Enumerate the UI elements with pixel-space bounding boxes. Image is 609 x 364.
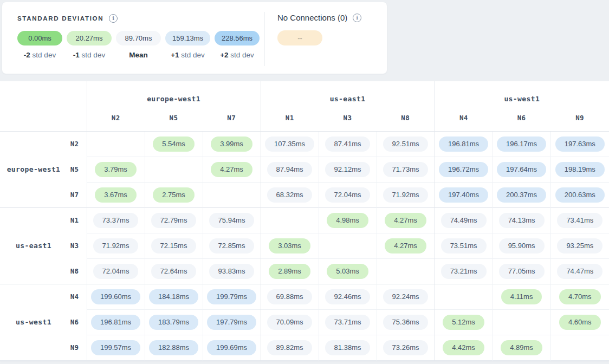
table-row: N5 3.79ms 4.27ms 87.94ms 92.12ms 71.73ms… [0, 157, 609, 182]
latency-cell: 107.35ms [261, 131, 319, 157]
latency-cell [145, 157, 203, 182]
latency-cell: 70.09ms [261, 309, 319, 335]
column-node-header-row: N2 N5 N7 N1 N3 N8 N4 N6 N9 [0, 107, 609, 131]
latency-cell: 74.49ms [435, 207, 493, 233]
row-header-n9: N9 [62, 335, 87, 360]
latency-cell: 196.81ms [87, 309, 145, 335]
latency-cell: 72.79ms [145, 207, 203, 233]
latency-cell: 5.03ms [319, 258, 377, 284]
std-dev-pill-plus2: 228.56ms [215, 31, 260, 46]
latency-cell: 72.85ms [203, 233, 261, 258]
col-group-us-east1: us-east1 [261, 81, 435, 107]
col-header-n9: N9 [550, 107, 609, 131]
latency-cell: 68.32ms [261, 182, 319, 207]
latency-cell [319, 233, 377, 258]
row-header-n6: N6 [62, 309, 87, 335]
latency-cell: 87.41ms [319, 131, 377, 157]
table-row: N8 72.04ms 72.64ms 93.83ms 2.89ms 5.03ms… [0, 258, 609, 284]
latency-cell [87, 131, 145, 157]
no-connections-title: No Connections (0) [277, 13, 347, 22]
latency-cell: 75.94ms [203, 207, 261, 233]
latency-cell: 4.11ms [493, 284, 550, 309]
std-dev-title: STANDARD DEVIATION [17, 15, 103, 22]
latency-cell: 93.25ms [550, 233, 609, 258]
col-group-us-west1: us-west1 [435, 81, 609, 107]
latency-cell: 4.98ms [319, 207, 377, 233]
std-dev-pill-minus2: 0.00ms [17, 31, 62, 46]
table-row: us-west1 N4 199.60ms 184.18ms 199.79ms 6… [0, 284, 609, 309]
latency-cell: 74.13ms [493, 207, 550, 233]
std-dev-label-mean: Mean [116, 51, 161, 59]
latency-cell: 200.63ms [550, 182, 609, 207]
latency-cell [377, 258, 435, 284]
row-group-label: europe-west1 [0, 131, 62, 207]
latency-cell: 197.63ms [550, 131, 609, 157]
row-header-n7: N7 [62, 182, 87, 207]
col-header-n4: N4 [435, 107, 493, 131]
latency-cell: 89.82ms [261, 335, 319, 360]
latency-cell: 72.04ms [87, 258, 145, 284]
latency-cell: 92.24ms [377, 284, 435, 309]
latency-cell: 73.51ms [435, 233, 493, 258]
latency-cell: 4.27ms [377, 207, 435, 233]
latency-cell: 198.19ms [550, 157, 609, 182]
latency-cell: 4.27ms [203, 157, 261, 182]
row-header-n1: N1 [62, 207, 87, 233]
latency-cell: 72.04ms [319, 182, 377, 207]
latency-cell [550, 335, 609, 360]
latency-cell: 3.03ms [261, 233, 319, 258]
latency-cell [493, 309, 550, 335]
col-group-europe-west1: europe-west1 [87, 81, 261, 107]
table-row: N9 199.57ms 182.88ms 199.69ms 89.82ms 81… [0, 335, 609, 360]
row-group-label: us-west1 [0, 284, 62, 360]
row-header-n8: N8 [62, 258, 87, 284]
latency-cell: 77.05ms [493, 258, 550, 284]
latency-cell: 95.90ms [493, 233, 550, 258]
latency-cell: 73.41ms [550, 207, 609, 233]
latency-cell: 75.36ms [377, 309, 435, 335]
latency-cell: 81.38ms [319, 335, 377, 360]
row-group-us-east1: us-east1 N1 73.37ms 72.79ms 75.94ms 4.98… [0, 207, 609, 284]
latency-cell: 69.88ms [261, 284, 319, 309]
col-header-n1: N1 [261, 107, 319, 131]
latency-cell: 199.60ms [87, 284, 145, 309]
latency-cell: 197.79ms [203, 309, 261, 335]
no-connection-pill: -- [277, 30, 322, 46]
latency-cell: 5.12ms [435, 309, 493, 335]
latency-cell: 92.51ms [377, 131, 435, 157]
info-icon[interactable]: i [353, 14, 361, 22]
latency-cell: 184.18ms [145, 284, 203, 309]
latency-cell: 4.42ms [435, 335, 493, 360]
col-header-n8: N8 [377, 107, 435, 131]
latency-cell: 71.92ms [87, 233, 145, 258]
col-header-n3: N3 [319, 107, 377, 131]
table-row: us-east1 N1 73.37ms 72.79ms 75.94ms 4.98… [0, 207, 609, 233]
latency-cell [435, 284, 493, 309]
info-icon[interactable]: i [109, 14, 118, 23]
std-dev-label-minus2: -2 std dev [17, 51, 62, 59]
std-dev-label-minus1: -1 std dev [67, 51, 112, 59]
latency-cell: 72.64ms [145, 258, 203, 284]
latency-cell: 199.57ms [87, 335, 145, 360]
latency-cell: 2.89ms [261, 258, 319, 284]
table-row: N6 196.81ms 183.79ms 197.79ms 70.09ms 73… [0, 309, 609, 335]
latency-cell: 5.54ms [145, 131, 203, 157]
table-row: europe-west1 N2 5.54ms 3.99ms 107.35ms 8… [0, 131, 609, 157]
latency-cell: 73.26ms [377, 335, 435, 360]
std-dev-label-row: -2 std dev -1 std dev Mean +1 std dev +2… [17, 51, 264, 59]
latency-cell: 183.79ms [145, 309, 203, 335]
row-header-n4: N4 [62, 284, 87, 309]
latency-cell [261, 207, 319, 233]
no-connections-section: No Connections (0) i -- [264, 2, 361, 74]
latency-cell: 182.88ms [145, 335, 203, 360]
row-group-europe-west1: europe-west1 N2 5.54ms 3.99ms 107.35ms 8… [0, 131, 609, 207]
col-header-n7: N7 [203, 107, 261, 131]
std-dev-pill-row: 0.00ms 20.27ms 89.70ms 159.13ms 228.56ms [17, 31, 264, 46]
std-dev-label-plus2: +2 std dev [215, 51, 260, 59]
std-dev-pill-minus1: 20.27ms [67, 31, 112, 46]
table-row: N7 3.67ms 2.75ms 68.32ms 72.04ms 71.92ms… [0, 182, 609, 207]
std-dev-pill-mean: 89.70ms [116, 31, 161, 46]
latency-cell: 4.60ms [550, 309, 609, 335]
latency-cell: 199.79ms [203, 284, 261, 309]
latency-cell: 73.37ms [87, 207, 145, 233]
